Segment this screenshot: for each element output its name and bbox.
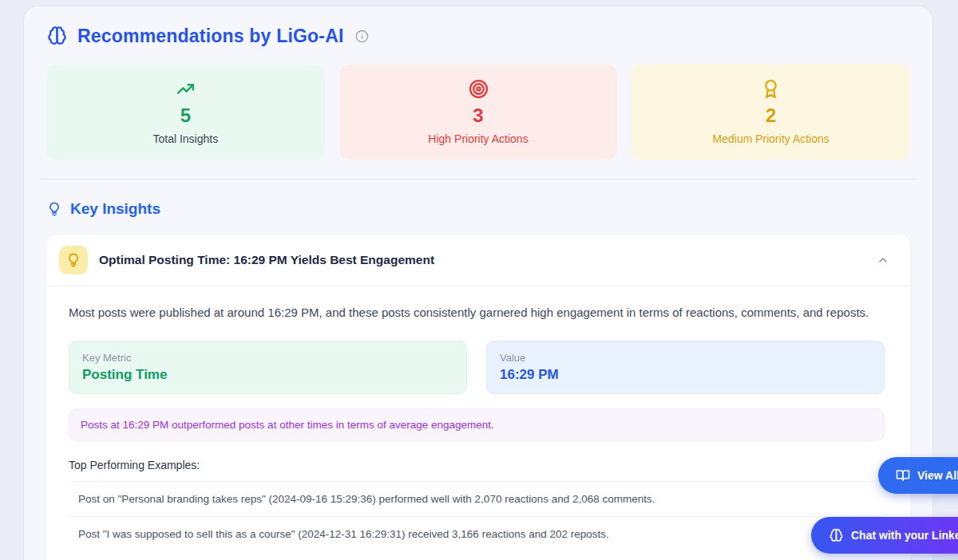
list-item: Post on "Personal branding takes reps" (… — [69, 482, 885, 516]
insight-card: Optimal Posting Time: 16:29 PM Yields Be… — [46, 235, 910, 560]
stat-label: Medium Priority Actions — [713, 132, 829, 145]
target-icon — [469, 79, 489, 99]
section-divider — [40, 179, 916, 179]
key-metric-label: Key Metric — [82, 352, 453, 364]
stats-row: 5 Total Insights 3 High Priority Actions… — [46, 65, 910, 160]
value-metric-label: Value — [500, 352, 871, 364]
stat-card-high-priority: 3 High Priority Actions — [339, 65, 618, 160]
stat-card-medium-priority: 2 Medium Priority Actions — [631, 65, 910, 160]
key-metric-value: Posting Time — [82, 367, 453, 383]
chat-label: Chat with your LinkedIn — [851, 529, 958, 542]
award-icon — [761, 79, 781, 99]
brain-icon — [829, 528, 844, 543]
insight-card-body: Most posts were published at around 16:2… — [46, 286, 910, 560]
insight-title: Optimal Posting Time: 16:29 PM Yields Be… — [99, 253, 865, 267]
insight-description: Most posts were published at around 16:2… — [69, 302, 875, 323]
lightbulb-icon — [59, 246, 88, 274]
examples-list: Post on "Personal branding takes reps" (… — [69, 481, 885, 551]
page-header: Recommendations by LiGo-AI — [46, 26, 910, 47]
lightbulb-icon — [46, 201, 62, 217]
view-all-button[interactable]: View All — [878, 457, 958, 494]
trending-up-icon — [176, 79, 196, 99]
page-title: Recommendations by LiGo-AI — [77, 26, 344, 47]
stat-value: 5 — [180, 105, 191, 127]
stat-card-total-insights: 5 Total Insights — [46, 65, 325, 160]
list-item: Post "I was supposed to sell this as a c… — [69, 517, 885, 551]
examples-label: Top Performing Examples: — [69, 459, 885, 471]
stat-value: 2 — [766, 105, 776, 127]
value-metric-value: 16:29 PM — [500, 367, 871, 383]
key-insights-heading: Key Insights — [46, 200, 910, 218]
key-insights-title: Key Insights — [70, 200, 160, 218]
recommendations-panel: Recommendations by LiGo-AI 5 Total Insig… — [24, 6, 932, 560]
metric-cards: Key Metric Posting Time Value 16:29 PM — [69, 341, 885, 394]
stat-label: High Priority Actions — [428, 132, 528, 145]
stat-value: 3 — [473, 105, 483, 127]
value-metric-card: Value 16:29 PM — [486, 341, 885, 394]
brain-icon — [46, 26, 68, 47]
chat-button[interactable]: Chat with your LinkedIn — [811, 517, 958, 554]
stat-label: Total Insights — [152, 132, 218, 145]
highlight-banner: Posts at 16:29 PM outperformed posts at … — [69, 408, 885, 441]
insight-card-header[interactable]: Optimal Posting Time: 16:29 PM Yields Be… — [46, 235, 910, 286]
open-book-icon — [896, 468, 910, 483]
view-all-label: View All — [917, 469, 958, 482]
chevron-up-icon[interactable] — [877, 254, 889, 266]
info-icon[interactable] — [355, 30, 369, 43]
key-metric-card: Key Metric Posting Time — [69, 341, 467, 394]
